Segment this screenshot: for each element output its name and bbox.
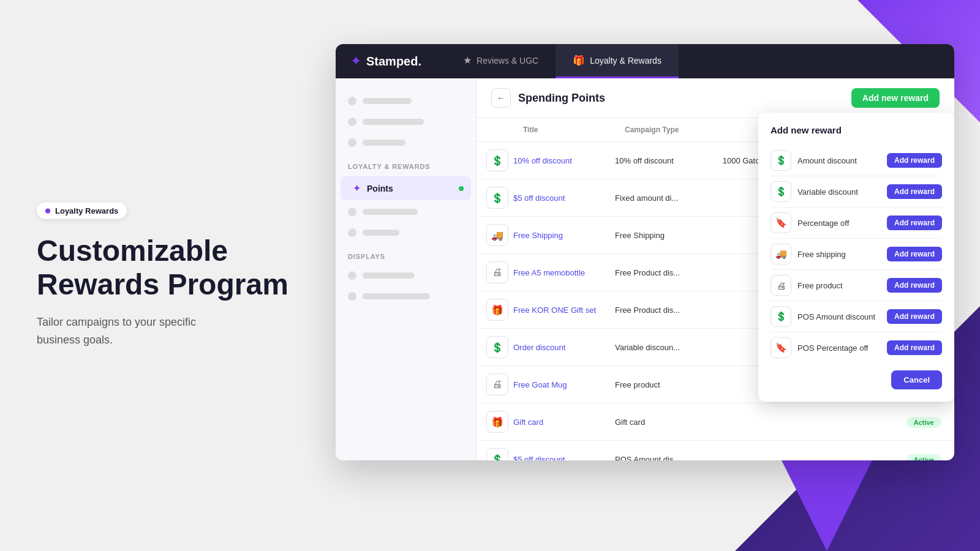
row-campaign-text: Variable discoun...	[615, 343, 680, 352]
row-title-link[interactable]: Free Shipping	[513, 231, 563, 240]
row-status-cell: Active	[893, 441, 954, 461]
dropdown-item: 💲 Amount discount Add reward	[771, 145, 942, 176]
skeleton-circle	[348, 138, 356, 147]
row-icon: 🎁	[486, 411, 508, 433]
dropdown-item-label: Amount discount	[797, 156, 857, 165]
tab-reviews-label: Reviews & UGC	[477, 56, 538, 66]
dropdown-item: 🔖 Percentage off Add reward	[771, 208, 942, 239]
row-campaign-cell: Free product	[615, 366, 706, 403]
dropdown-items: 💲 Amount discount Add reward 💲 Variable …	[771, 145, 942, 363]
logo-text: Stamped.	[366, 54, 421, 69]
row-campaign-cell: Free Shipping	[615, 217, 706, 254]
row-campaign-cell: Variable discoun...	[615, 329, 706, 366]
row-icon: 💲	[486, 187, 508, 209]
dropdown-item-label: POS Amount discount	[797, 312, 875, 321]
sidebar-section-loyalty: LOYALTY & REWARDS	[336, 153, 476, 175]
row-title-link[interactable]: Free Goat Mug	[513, 380, 567, 389]
add-reward-small-button-6[interactable]: Add reward	[887, 340, 942, 355]
row-points-cell	[706, 441, 797, 461]
row-campaign-text: Fixed amount di...	[615, 193, 678, 203]
skeleton-line	[363, 293, 430, 299]
sidebar-skeleton-4	[336, 201, 476, 222]
dropdown-item: 🖨 Free product Add reward	[771, 270, 942, 301]
main-content: ← Spending Points Add new reward Title C…	[477, 78, 954, 460]
sidebar-skeleton-7	[336, 286, 476, 307]
row-title-link[interactable]: Free A5 memobottle	[513, 268, 585, 277]
row-icon: 💲	[486, 149, 508, 171]
row-status-cell: Active	[893, 403, 954, 441]
row-title-link[interactable]: Gift card	[513, 418, 543, 427]
star-icon: ★	[463, 54, 472, 66]
row-campaign-text: Free Shipping	[615, 231, 665, 240]
row-icon-cell: 💲	[477, 329, 513, 366]
skeleton-line	[363, 140, 405, 146]
row-icon-cell: 🖨	[477, 366, 513, 403]
row-title-link[interactable]: 10% off discount	[513, 156, 572, 165]
add-new-reward-button[interactable]: Add new reward	[851, 88, 940, 108]
th-icon	[477, 118, 513, 142]
cancel-button[interactable]: Cancel	[891, 370, 942, 389]
dropdown-item-left: 💲 Variable discount	[771, 181, 858, 202]
sidebar-points-label: Points	[367, 184, 393, 193]
row-campaign-text: Free product	[615, 380, 660, 389]
tab-reviews-ugc[interactable]: ★ Reviews & UGC	[446, 44, 556, 78]
add-reward-small-button-4[interactable]: Add reward	[887, 278, 942, 293]
row-campaign-cell: Free Product dis...	[615, 291, 706, 329]
back-button[interactable]: ←	[491, 88, 511, 108]
gift-icon: 🎁	[573, 54, 585, 66]
row-icon-cell: 🖨	[477, 254, 513, 291]
dropdown-item-left: 🔖 POS Percentage off	[771, 337, 868, 358]
add-reward-small-button-2[interactable]: Add reward	[887, 216, 942, 230]
row-campaign-cell: Gift card	[615, 403, 706, 441]
add-reward-small-button-5[interactable]: Add reward	[887, 309, 942, 324]
hero-badge-dot	[45, 208, 50, 213]
status-badge: Active	[907, 417, 941, 428]
page-header-left: ← Spending Points	[491, 88, 605, 108]
row-campaign-cell: 10% off discount	[615, 142, 706, 179]
row-title-cell: Order discount	[513, 329, 615, 366]
table-row: 🎁 Gift card Gift card Active	[477, 403, 954, 441]
row-title-cell: $5 off discount	[513, 179, 615, 217]
table-row: 💲 $5 off discount POS Amount dis... Acti…	[477, 441, 954, 461]
th-campaign: Campaign Type	[615, 118, 706, 142]
row-campaign-text: Free Product dis...	[615, 305, 680, 315]
skeleton-circle	[348, 271, 356, 280]
dropdown-item-icon: 💲	[771, 306, 791, 327]
tab-loyalty-rewards[interactable]: 🎁 Loyalty & Rewards	[556, 44, 679, 78]
add-reward-small-button-1[interactable]: Add reward	[887, 184, 942, 199]
row-rewarded-cell	[797, 403, 894, 441]
sidebar-skeleton-5	[336, 222, 476, 243]
dropdown-item-left: 🚚 Free shipping	[771, 244, 846, 264]
hero-badge-text: Loyalty Rewards	[55, 206, 118, 216]
dropdown-item-icon: 🔖	[771, 337, 791, 358]
status-badge: Active	[907, 454, 941, 461]
hero-description: Tailor campaigns to your specificbusines…	[37, 313, 288, 349]
add-reward-small-button-3[interactable]: Add reward	[887, 247, 942, 261]
row-title-cell: $5 off discount	[513, 441, 615, 461]
tab-loyalty-label: Loyalty & Rewards	[590, 56, 662, 66]
dropdown-item-icon: 🔖	[771, 212, 791, 233]
row-title-link[interactable]: Free KOR ONE Gift set	[513, 305, 596, 315]
row-title-cell: Free A5 memobottle	[513, 254, 615, 291]
dropdown-item-label: POS Percentage off	[797, 343, 868, 353]
row-title-link[interactable]: $5 off discount	[513, 455, 565, 460]
row-title-cell: Free Shipping	[513, 217, 615, 254]
sidebar-skeleton-2	[336, 111, 476, 132]
sidebar-skeleton-3	[336, 132, 476, 153]
row-icon-cell: 🎁	[477, 403, 513, 441]
dropdown-item-icon: 💲	[771, 150, 791, 171]
app-body: LOYALTY & REWARDS ✦ Points DISPLAYS	[336, 78, 954, 460]
row-title-cell: 10% off discount	[513, 142, 615, 179]
app-window: ✦ Stamped. ★ Reviews & UGC 🎁 Loyalty & R…	[336, 44, 954, 460]
add-reward-small-button-0[interactable]: Add reward	[887, 153, 942, 168]
row-icon: 🎁	[486, 299, 508, 321]
app-nav: ✦ Stamped. ★ Reviews & UGC 🎁 Loyalty & R…	[336, 44, 954, 78]
row-title-link[interactable]: $5 off discount	[513, 193, 565, 203]
skeleton-circle	[348, 118, 356, 126]
row-icon-cell: 💲	[477, 142, 513, 179]
dropdown-item-label: Variable discount	[797, 187, 858, 197]
dropdown-item: 💲 Variable discount Add reward	[771, 176, 942, 208]
row-title-link[interactable]: Order discount	[513, 343, 565, 352]
skeleton-line	[363, 119, 424, 125]
sidebar-item-points[interactable]: ✦ Points	[341, 176, 471, 200]
